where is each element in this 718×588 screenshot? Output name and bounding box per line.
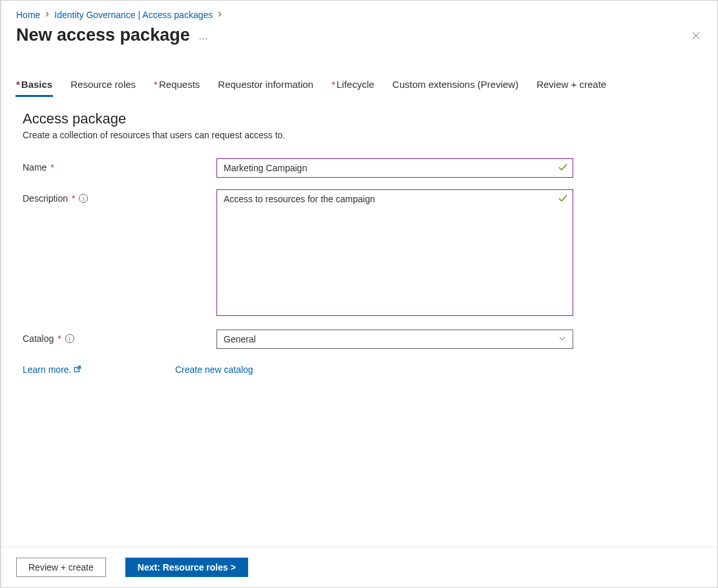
create-catalog-link[interactable]: Create new catalog: [175, 364, 253, 375]
tab-custom-extensions-preview-[interactable]: Custom extensions (Preview): [392, 79, 518, 96]
name-input[interactable]: [216, 158, 573, 178]
external-link-icon: [74, 364, 81, 375]
next-button[interactable]: Next: Resource roles >: [125, 558, 248, 577]
breadcrumb-path[interactable]: Identity Governance | Access packages: [54, 10, 213, 20]
checkmark-icon: [558, 193, 568, 205]
description-input[interactable]: [216, 189, 573, 316]
catalog-select[interactable]: General: [216, 330, 573, 349]
tab-resource-roles[interactable]: Resource roles: [70, 79, 136, 96]
review-create-button[interactable]: Review + create: [16, 558, 106, 577]
tab-review-create[interactable]: Review + create: [536, 79, 606, 96]
breadcrumb: Home Identity Governance | Access packag…: [1, 1, 717, 20]
tab-lifecycle[interactable]: *Lifecycle: [332, 79, 374, 96]
info-icon[interactable]: i: [79, 194, 88, 203]
page-title: New access package: [16, 25, 190, 45]
tabs: *BasicsResource roles*RequestsRequestor …: [1, 52, 717, 96]
catalog-select-value: General: [224, 334, 256, 344]
tab-requestor-information[interactable]: Requestor information: [218, 79, 313, 96]
learn-more-link[interactable]: Learn more.: [23, 364, 175, 375]
footer: Review + create Next: Resource roles >: [1, 547, 717, 587]
section-title: Access package: [23, 110, 695, 127]
more-actions-button[interactable]: ···: [199, 33, 209, 43]
chevron-down-icon: [558, 334, 566, 344]
breadcrumb-home[interactable]: Home: [16, 10, 40, 20]
tab-basics[interactable]: *Basics: [16, 79, 52, 96]
close-button[interactable]: [690, 30, 702, 41]
form-row-catalog: Catalog* i General: [23, 330, 695, 349]
checkmark-icon: [558, 162, 568, 174]
section-subtitle: Create a collection of resources that us…: [23, 130, 695, 140]
tab-requests[interactable]: *Requests: [154, 79, 200, 96]
title-row: New access package ···: [1, 20, 717, 52]
form-row-name: Name*: [23, 158, 695, 178]
name-label: Name*: [23, 158, 216, 173]
content: Access package Create a collection of re…: [1, 96, 717, 547]
page-frame: Home Identity Governance | Access packag…: [0, 0, 718, 588]
info-icon[interactable]: i: [65, 334, 74, 343]
breadcrumb-separator: [44, 10, 50, 19]
breadcrumb-separator: [216, 10, 223, 19]
catalog-label: Catalog* i: [23, 330, 216, 344]
svg-line-3: [77, 366, 81, 370]
form-row-description: Description* i: [23, 189, 695, 318]
links-row: Learn more. Create new catalog: [23, 364, 695, 375]
description-label: Description* i: [23, 189, 216, 204]
